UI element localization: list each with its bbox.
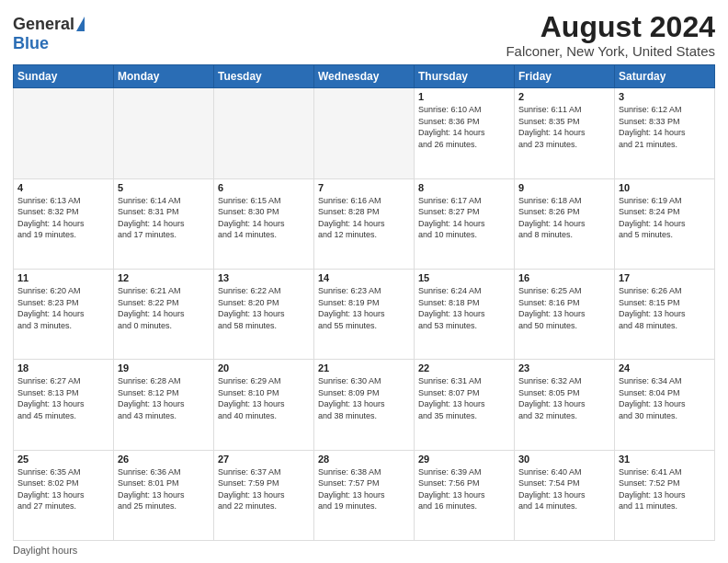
logo: General Blue (13, 15, 85, 53)
day-number: 3 (619, 91, 711, 102)
calendar-cell (314, 88, 415, 178)
day-number: 9 (518, 182, 610, 193)
day-number: 31 (619, 454, 711, 465)
calendar-cell (114, 88, 214, 178)
day-number: 15 (418, 272, 510, 283)
weekday-header-monday: Monday (114, 65, 214, 88)
calendar-table: SundayMondayTuesdayWednesdayThursdayFrid… (13, 64, 715, 541)
day-number: 11 (17, 272, 109, 283)
day-info: Sunrise: 6:14 AM Sunset: 8:31 PM Dayligh… (118, 195, 210, 241)
title-block: August 2024 Falconer, New York, United S… (506, 11, 715, 59)
calendar-cell: 21Sunrise: 6:30 AM Sunset: 8:09 PM Dayli… (314, 360, 415, 450)
day-number: 17 (619, 272, 711, 283)
calendar-header-row: SundayMondayTuesdayWednesdayThursdayFrid… (14, 65, 715, 88)
day-number: 29 (418, 454, 510, 465)
calendar-cell (214, 88, 314, 178)
day-info: Sunrise: 6:28 AM Sunset: 8:12 PM Dayligh… (118, 375, 210, 421)
day-info: Sunrise: 6:34 AM Sunset: 8:04 PM Dayligh… (619, 375, 711, 421)
day-info: Sunrise: 6:22 AM Sunset: 8:20 PM Dayligh… (218, 285, 310, 331)
page-title: August 2024 (506, 11, 715, 43)
calendar-cell: 2Sunrise: 6:11 AM Sunset: 8:35 PM Daylig… (515, 88, 615, 178)
day-info: Sunrise: 6:18 AM Sunset: 8:26 PM Dayligh… (518, 195, 610, 241)
day-number: 6 (218, 182, 310, 193)
day-info: Sunrise: 6:19 AM Sunset: 8:24 PM Dayligh… (619, 195, 711, 241)
calendar-cell: 30Sunrise: 6:40 AM Sunset: 7:54 PM Dayli… (515, 450, 615, 540)
day-number: 25 (17, 454, 109, 465)
day-info: Sunrise: 6:21 AM Sunset: 8:22 PM Dayligh… (118, 285, 210, 331)
weekday-header-friday: Friday (515, 65, 615, 88)
day-number: 28 (318, 454, 410, 465)
daylight-label: Daylight hours (13, 545, 77, 556)
logo-triangle-icon (76, 17, 85, 31)
calendar-cell: 3Sunrise: 6:12 AM Sunset: 8:33 PM Daylig… (615, 88, 715, 178)
day-number: 23 (518, 362, 610, 373)
day-number: 1 (418, 91, 510, 102)
day-info: Sunrise: 6:23 AM Sunset: 8:19 PM Dayligh… (318, 285, 410, 331)
day-info: Sunrise: 6:39 AM Sunset: 7:56 PM Dayligh… (418, 466, 510, 512)
calendar-cell: 29Sunrise: 6:39 AM Sunset: 7:56 PM Dayli… (415, 450, 515, 540)
weekday-header-thursday: Thursday (415, 65, 515, 88)
day-number: 10 (619, 182, 711, 193)
calendar-cell (14, 88, 114, 178)
weekday-header-saturday: Saturday (615, 65, 715, 88)
day-info: Sunrise: 6:40 AM Sunset: 7:54 PM Dayligh… (518, 466, 610, 512)
calendar-cell: 1Sunrise: 6:10 AM Sunset: 8:36 PM Daylig… (415, 88, 515, 178)
calendar-cell: 16Sunrise: 6:25 AM Sunset: 8:16 PM Dayli… (515, 269, 615, 359)
day-info: Sunrise: 6:27 AM Sunset: 8:13 PM Dayligh… (17, 375, 109, 421)
day-number: 7 (318, 182, 410, 193)
day-number: 21 (318, 362, 410, 373)
header: General Blue August 2024 Falconer, New Y… (13, 11, 715, 59)
day-number: 16 (518, 272, 610, 283)
day-info: Sunrise: 6:35 AM Sunset: 8:02 PM Dayligh… (17, 466, 109, 512)
page: General Blue August 2024 Falconer, New Y… (0, 0, 728, 563)
day-number: 19 (118, 362, 210, 373)
calendar-cell: 7Sunrise: 6:16 AM Sunset: 8:28 PM Daylig… (314, 178, 415, 269)
calendar-cell: 10Sunrise: 6:19 AM Sunset: 8:24 PM Dayli… (615, 178, 715, 269)
day-info: Sunrise: 6:36 AM Sunset: 8:01 PM Dayligh… (118, 466, 210, 512)
weekday-header-tuesday: Tuesday (214, 65, 314, 88)
calendar-cell: 23Sunrise: 6:32 AM Sunset: 8:05 PM Dayli… (515, 360, 615, 450)
calendar-cell: 17Sunrise: 6:26 AM Sunset: 8:15 PM Dayli… (615, 269, 715, 359)
calendar-cell: 5Sunrise: 6:14 AM Sunset: 8:31 PM Daylig… (114, 178, 214, 269)
day-info: Sunrise: 6:13 AM Sunset: 8:32 PM Dayligh… (17, 195, 109, 241)
calendar-cell: 4Sunrise: 6:13 AM Sunset: 8:32 PM Daylig… (14, 178, 114, 269)
weekday-header-wednesday: Wednesday (314, 65, 415, 88)
calendar-cell: 9Sunrise: 6:18 AM Sunset: 8:26 PM Daylig… (515, 178, 615, 269)
calendar-cell: 11Sunrise: 6:20 AM Sunset: 8:23 PM Dayli… (14, 269, 114, 359)
page-subtitle: Falconer, New York, United States (506, 43, 715, 59)
calendar-cell: 15Sunrise: 6:24 AM Sunset: 8:18 PM Dayli… (415, 269, 515, 359)
day-info: Sunrise: 6:41 AM Sunset: 7:52 PM Dayligh… (619, 466, 711, 512)
logo-blue-text: Blue (13, 34, 49, 53)
calendar-cell: 24Sunrise: 6:34 AM Sunset: 8:04 PM Dayli… (615, 360, 715, 450)
day-info: Sunrise: 6:11 AM Sunset: 8:35 PM Dayligh… (518, 104, 610, 150)
day-info: Sunrise: 6:12 AM Sunset: 8:33 PM Dayligh… (619, 104, 711, 150)
day-number: 14 (318, 272, 410, 283)
day-number: 4 (17, 182, 109, 193)
calendar-week-5: 25Sunrise: 6:35 AM Sunset: 8:02 PM Dayli… (14, 450, 715, 540)
day-info: Sunrise: 6:15 AM Sunset: 8:30 PM Dayligh… (218, 195, 310, 241)
day-info: Sunrise: 6:32 AM Sunset: 8:05 PM Dayligh… (518, 375, 610, 421)
day-number: 13 (218, 272, 310, 283)
day-number: 26 (118, 454, 210, 465)
calendar-cell: 19Sunrise: 6:28 AM Sunset: 8:12 PM Dayli… (114, 360, 214, 450)
day-info: Sunrise: 6:10 AM Sunset: 8:36 PM Dayligh… (418, 104, 510, 150)
weekday-header-sunday: Sunday (14, 65, 114, 88)
calendar-cell: 13Sunrise: 6:22 AM Sunset: 8:20 PM Dayli… (214, 269, 314, 359)
calendar-week-2: 4Sunrise: 6:13 AM Sunset: 8:32 PM Daylig… (14, 178, 715, 269)
calendar-cell: 20Sunrise: 6:29 AM Sunset: 8:10 PM Dayli… (214, 360, 314, 450)
day-number: 18 (17, 362, 109, 373)
day-info: Sunrise: 6:37 AM Sunset: 7:59 PM Dayligh… (218, 466, 310, 512)
calendar-cell: 12Sunrise: 6:21 AM Sunset: 8:22 PM Dayli… (114, 269, 214, 359)
day-number: 20 (218, 362, 310, 373)
day-info: Sunrise: 6:17 AM Sunset: 8:27 PM Dayligh… (418, 195, 510, 241)
calendar-cell: 27Sunrise: 6:37 AM Sunset: 7:59 PM Dayli… (214, 450, 314, 540)
calendar-cell: 18Sunrise: 6:27 AM Sunset: 8:13 PM Dayli… (14, 360, 114, 450)
calendar-cell: 31Sunrise: 6:41 AM Sunset: 7:52 PM Dayli… (615, 450, 715, 540)
day-info: Sunrise: 6:24 AM Sunset: 8:18 PM Dayligh… (418, 285, 510, 331)
logo-general-text: General (13, 15, 74, 34)
day-info: Sunrise: 6:38 AM Sunset: 7:57 PM Dayligh… (318, 466, 410, 512)
day-info: Sunrise: 6:25 AM Sunset: 8:16 PM Dayligh… (518, 285, 610, 331)
day-info: Sunrise: 6:20 AM Sunset: 8:23 PM Dayligh… (17, 285, 109, 331)
calendar-cell: 22Sunrise: 6:31 AM Sunset: 8:07 PM Dayli… (415, 360, 515, 450)
calendar-cell: 14Sunrise: 6:23 AM Sunset: 8:19 PM Dayli… (314, 269, 415, 359)
